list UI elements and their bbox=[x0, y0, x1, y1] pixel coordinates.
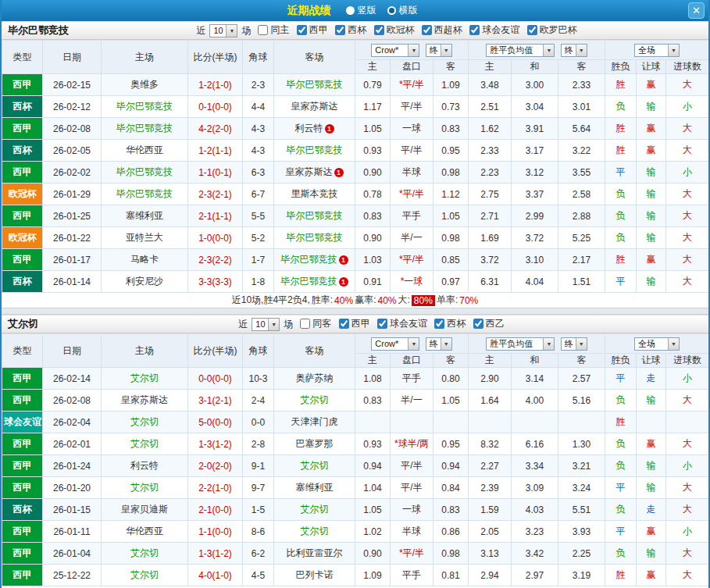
means-type-select[interactable]: 胜平负均值 ▼ bbox=[486, 44, 555, 57]
league-filter-checkbox[interactable] bbox=[527, 25, 537, 35]
league-filter-checkbox[interactable] bbox=[300, 319, 310, 329]
league-filter-checkbox[interactable] bbox=[434, 319, 444, 329]
league-filter[interactable]: 同客 bbox=[300, 317, 331, 330]
scope-select[interactable]: 全场 ▼ bbox=[634, 337, 680, 351]
league-filter-label: 欧冠杯 bbox=[387, 23, 415, 37]
away-team-name[interactable]: 艾尔切 bbox=[301, 394, 329, 405]
home-team-name[interactable]: 塞维利亚 bbox=[126, 210, 163, 221]
away-team-name[interactable]: 毕尔巴鄂竞技 bbox=[287, 79, 343, 90]
league-filter[interactable]: 西甲 bbox=[339, 317, 370, 330]
league-filter[interactable]: 西乙 bbox=[473, 317, 505, 330]
away-team-name[interactable]: 巴列卡诺 bbox=[296, 569, 334, 580]
league-filter[interactable]: 西甲 bbox=[297, 23, 328, 37]
odds-stage-select[interactable]: 终 ▼ bbox=[426, 44, 452, 57]
date-cell: 26-02-14 bbox=[43, 368, 102, 390]
home-team-name[interactable]: 艾尔切 bbox=[130, 372, 159, 383]
corners-cell: 1-7 bbox=[243, 249, 274, 271]
away-team-name[interactable]: 艾尔切 bbox=[301, 460, 329, 471]
league-filter[interactable]: 同主 bbox=[258, 23, 289, 37]
home-team-name[interactable]: 马略卡 bbox=[130, 254, 159, 265]
titlebar: 近期战绩 竖版 横版 ✕ bbox=[2, 0, 708, 21]
radio-selected-icon[interactable] bbox=[387, 6, 396, 15]
league-filter[interactable]: 球会友谊 bbox=[377, 317, 427, 330]
away-team-name[interactable]: 巴塞罗那 bbox=[296, 438, 334, 449]
league-filter-checkbox[interactable] bbox=[473, 319, 483, 329]
home-team-name[interactable]: 皇家苏斯达 bbox=[121, 394, 168, 405]
league-filter[interactable]: 欧罗巴杯 bbox=[527, 23, 577, 37]
away-team-name[interactable]: 皇家苏斯达 bbox=[291, 101, 338, 112]
layout-horizontal-option[interactable]: 横版 bbox=[387, 4, 418, 17]
result-handicap-cell: 赢 bbox=[637, 565, 666, 586]
competition-type-cell: 西甲 bbox=[2, 433, 43, 455]
odds-stage-select[interactable]: 终 ▼ bbox=[426, 337, 452, 351]
away-team-name[interactable]: 里斯本竞技 bbox=[291, 188, 338, 199]
corners-cell: 9-1 bbox=[243, 455, 274, 477]
match-count-select[interactable]: 10 ▼ bbox=[209, 24, 237, 37]
home-team-name[interactable]: 利云特 bbox=[130, 460, 159, 471]
corners-cell: 4-5 bbox=[243, 565, 274, 586]
chevron-down-icon: ▼ bbox=[408, 338, 419, 350]
away-team-name[interactable]: 毕尔巴鄂竞技 bbox=[287, 144, 343, 155]
home-team-cell: 毕尔巴鄂竞技 bbox=[102, 162, 188, 184]
home-team-name[interactable]: 奥维多 bbox=[130, 79, 159, 90]
home-team-name[interactable]: 毕尔巴鄂竞技 bbox=[116, 123, 173, 134]
league-filter[interactable]: 欧冠杯 bbox=[374, 23, 415, 37]
league-filter-checkbox[interactable] bbox=[297, 25, 307, 35]
away-team-name[interactable]: 艾尔切 bbox=[301, 504, 329, 515]
away-odds-cell bbox=[433, 412, 469, 433]
means-stage-select[interactable]: 终 ▼ bbox=[561, 44, 587, 57]
home-team-name[interactable]: 利安尼沙 bbox=[126, 276, 163, 287]
means-stage-select[interactable]: 终 ▼ bbox=[561, 337, 587, 351]
away-team-name[interactable]: 比利亚雷亚尔 bbox=[287, 547, 343, 558]
home-team-name[interactable]: 艾尔切 bbox=[130, 547, 159, 558]
league-filter-checkbox[interactable] bbox=[469, 25, 480, 35]
away-team-name[interactable]: 塞维利亚 bbox=[296, 482, 334, 493]
away-team-name[interactable]: 艾尔切 bbox=[301, 526, 329, 536]
match-count-select[interactable]: 10 ▼ bbox=[252, 318, 280, 331]
league-filter-checkbox[interactable] bbox=[377, 319, 387, 329]
home-team-name[interactable]: 亚特兰大 bbox=[126, 232, 163, 243]
result-goals-cell: 大 bbox=[666, 390, 709, 412]
away-team-name[interactable]: 毕尔巴鄂竞技 bbox=[281, 254, 337, 265]
means-type-select[interactable]: 胜平负均值 ▼ bbox=[486, 337, 555, 351]
home-team-name[interactable]: 毕尔巴鄂竞技 bbox=[116, 188, 173, 199]
league-filter-checkbox[interactable] bbox=[374, 25, 384, 35]
odds-company-select[interactable]: Crow* ▼ bbox=[371, 337, 419, 351]
league-filter[interactable]: 西杯 bbox=[335, 23, 366, 37]
away-team-name[interactable]: 毕尔巴鄂竞技 bbox=[281, 276, 337, 287]
league-filter-checkbox[interactable] bbox=[422, 25, 432, 35]
league-filter[interactable]: 西杯 bbox=[434, 317, 466, 330]
panel-title: 近期战绩 bbox=[287, 4, 331, 18]
radio-unselected-icon[interactable] bbox=[346, 6, 355, 15]
league-filter-checkbox[interactable] bbox=[339, 319, 349, 329]
layout-vertical-option[interactable]: 竖版 bbox=[346, 4, 376, 17]
home-team-name[interactable]: 毕尔巴鄂竞技 bbox=[116, 166, 173, 177]
result-wdl-cell: 胜 bbox=[605, 118, 637, 140]
league-filter-checkbox[interactable] bbox=[258, 25, 268, 35]
scope-select[interactable]: 全场 ▼ bbox=[634, 44, 680, 57]
home-team-name[interactable]: 毕尔巴鄂竞技 bbox=[116, 101, 173, 112]
league-filter[interactable]: 球会友谊 bbox=[469, 23, 519, 37]
home-team-cell: 艾尔切 bbox=[102, 368, 188, 390]
away-team-name[interactable]: 利云特 bbox=[295, 123, 323, 134]
away-team-name[interactable]: 毕尔巴鄂竞技 bbox=[287, 232, 343, 243]
away-team-name[interactable]: 毕尔巴鄂竞技 bbox=[287, 210, 343, 221]
close-button[interactable]: ✕ bbox=[688, 2, 705, 19]
home-odds-cell: 1.17 bbox=[355, 96, 391, 118]
home-team-name[interactable]: 艾尔切 bbox=[130, 482, 159, 493]
home-team-name[interactable]: 皇家贝迪斯 bbox=[121, 504, 168, 515]
home-team-name[interactable]: 艾尔切 bbox=[130, 569, 159, 580]
date-cell: 26-01-04 bbox=[43, 543, 102, 565]
away-team-name[interactable]: 天津津门虎 bbox=[291, 416, 338, 427]
home-team-name[interactable]: 艾尔切 bbox=[130, 416, 159, 427]
home-team-name[interactable]: 艾尔切 bbox=[130, 438, 159, 449]
home-team-name[interactable]: 华伦西亚 bbox=[126, 144, 163, 155]
away-team-name[interactable]: 皇家苏斯达 bbox=[286, 166, 333, 177]
away-team-name[interactable]: 奥萨苏纳 bbox=[296, 372, 334, 383]
odds-company-select[interactable]: Crow* ▼ bbox=[371, 44, 419, 57]
league-filter[interactable]: 西超杯 bbox=[422, 23, 462, 37]
home-team-name[interactable]: 华伦西亚 bbox=[126, 526, 163, 536]
league-filter-checkbox[interactable] bbox=[335, 25, 345, 35]
col-corner: 角球 bbox=[243, 334, 274, 368]
home-team-cell: 亚特兰大 bbox=[102, 227, 188, 249]
